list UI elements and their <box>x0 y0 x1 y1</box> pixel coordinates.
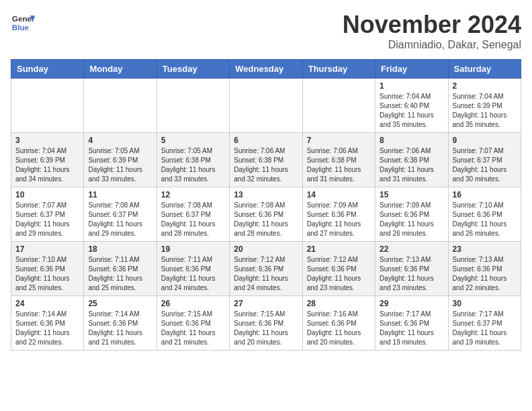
month-title: November 2024 <box>343 11 521 39</box>
calendar-cell: 5Sunrise: 7:05 AM Sunset: 6:38 PM Daylig… <box>157 133 229 187</box>
day-info: Sunrise: 7:05 AM Sunset: 6:39 PM Dayligh… <box>88 146 152 184</box>
calendar-cell: 27Sunrise: 7:15 AM Sunset: 6:36 PM Dayli… <box>230 296 302 351</box>
day-info: Sunrise: 7:15 AM Sunset: 6:36 PM Dayligh… <box>234 310 298 347</box>
day-number: 7 <box>307 136 371 145</box>
day-info: Sunrise: 7:17 AM Sunset: 6:36 PM Dayligh… <box>380 310 443 347</box>
day-info: Sunrise: 7:08 AM Sunset: 6:37 PM Dayligh… <box>161 201 225 238</box>
day-info: Sunrise: 7:17 AM Sunset: 6:37 PM Dayligh… <box>453 310 517 347</box>
calendar-cell: 18Sunrise: 7:11 AM Sunset: 6:36 PM Dayli… <box>84 242 157 296</box>
day-info: Sunrise: 7:12 AM Sunset: 6:36 PM Dayligh… <box>234 255 298 293</box>
day-number: 20 <box>234 244 298 254</box>
calendar-cell: 8Sunrise: 7:06 AM Sunset: 6:38 PM Daylig… <box>375 133 448 187</box>
weekday-header: Sunday <box>11 60 84 79</box>
day-number: 4 <box>88 136 152 145</box>
calendar-cell: 11Sunrise: 7:08 AM Sunset: 6:37 PM Dayli… <box>84 187 157 242</box>
day-info: Sunrise: 7:10 AM Sunset: 6:36 PM Dayligh… <box>15 255 79 293</box>
calendar-cell: 22Sunrise: 7:13 AM Sunset: 6:36 PM Dayli… <box>375 242 448 296</box>
calendar-week-row: 1Sunrise: 7:04 AM Sunset: 6:40 PM Daylig… <box>11 79 521 133</box>
calendar-week-row: 24Sunrise: 7:14 AM Sunset: 6:36 PM Dayli… <box>11 296 521 351</box>
day-number: 13 <box>234 190 298 199</box>
calendar-cell: 30Sunrise: 7:17 AM Sunset: 6:37 PM Dayli… <box>448 296 521 351</box>
day-number: 26 <box>161 299 225 308</box>
day-number: 21 <box>307 244 371 254</box>
day-number: 8 <box>380 136 443 145</box>
day-info: Sunrise: 7:10 AM Sunset: 6:36 PM Dayligh… <box>453 201 517 238</box>
day-number: 30 <box>453 299 517 308</box>
day-number: 6 <box>234 136 298 145</box>
calendar-week-row: 17Sunrise: 7:10 AM Sunset: 6:36 PM Dayli… <box>11 242 521 296</box>
day-number: 1 <box>380 81 443 91</box>
day-number: 3 <box>15 136 79 145</box>
logo: General Blue <box>11 11 35 35</box>
day-info: Sunrise: 7:16 AM Sunset: 6:36 PM Dayligh… <box>307 310 371 347</box>
calendar-cell: 16Sunrise: 7:10 AM Sunset: 6:36 PM Dayli… <box>448 187 521 242</box>
calendar-cell: 29Sunrise: 7:17 AM Sunset: 6:36 PM Dayli… <box>375 296 448 351</box>
calendar-header-row: SundayMondayTuesdayWednesdayThursdayFrid… <box>11 60 521 79</box>
day-info: Sunrise: 7:06 AM Sunset: 6:38 PM Dayligh… <box>234 146 298 184</box>
day-number: 2 <box>453 81 517 91</box>
day-number: 10 <box>15 190 79 199</box>
day-info: Sunrise: 7:04 AM Sunset: 6:40 PM Dayligh… <box>380 92 443 130</box>
calendar-cell: 25Sunrise: 7:14 AM Sunset: 6:36 PM Dayli… <box>84 296 157 351</box>
calendar-cell: 9Sunrise: 7:07 AM Sunset: 6:37 PM Daylig… <box>448 133 521 187</box>
location-subtitle: Diamniadio, Dakar, Senegal <box>343 39 521 51</box>
calendar-cell: 7Sunrise: 7:06 AM Sunset: 6:38 PM Daylig… <box>302 133 375 187</box>
weekday-header: Wednesday <box>230 60 302 79</box>
calendar-cell: 21Sunrise: 7:12 AM Sunset: 6:36 PM Dayli… <box>302 242 375 296</box>
weekday-header: Thursday <box>302 60 375 79</box>
day-info: Sunrise: 7:05 AM Sunset: 6:38 PM Dayligh… <box>161 146 225 184</box>
calendar-cell: 24Sunrise: 7:14 AM Sunset: 6:36 PM Dayli… <box>11 296 84 351</box>
day-number: 29 <box>380 299 443 308</box>
day-number: 27 <box>234 299 298 308</box>
calendar-cell: 23Sunrise: 7:13 AM Sunset: 6:36 PM Dayli… <box>448 242 521 296</box>
day-info: Sunrise: 7:06 AM Sunset: 6:38 PM Dayligh… <box>307 146 371 184</box>
calendar-cell <box>11 79 84 133</box>
day-number: 23 <box>453 244 517 254</box>
logo-icon: General Blue <box>11 11 35 35</box>
calendar-cell <box>84 79 157 133</box>
day-number: 5 <box>161 136 225 145</box>
day-info: Sunrise: 7:15 AM Sunset: 6:36 PM Dayligh… <box>161 310 225 347</box>
calendar-cell: 15Sunrise: 7:09 AM Sunset: 6:36 PM Dayli… <box>375 187 448 242</box>
day-info: Sunrise: 7:07 AM Sunset: 6:37 PM Dayligh… <box>453 146 517 184</box>
calendar-cell: 2Sunrise: 7:04 AM Sunset: 6:39 PM Daylig… <box>448 79 521 133</box>
calendar-cell: 14Sunrise: 7:09 AM Sunset: 6:36 PM Dayli… <box>302 187 375 242</box>
day-number: 25 <box>88 299 152 308</box>
calendar-week-row: 3Sunrise: 7:04 AM Sunset: 6:39 PM Daylig… <box>11 133 521 187</box>
calendar-cell <box>157 79 229 133</box>
day-number: 16 <box>453 190 517 199</box>
day-number: 12 <box>161 190 225 199</box>
day-info: Sunrise: 7:14 AM Sunset: 6:36 PM Dayligh… <box>15 310 79 347</box>
day-number: 9 <box>453 136 517 145</box>
calendar-cell <box>230 79 302 133</box>
calendar-cell: 10Sunrise: 7:07 AM Sunset: 6:37 PM Dayli… <box>11 187 84 242</box>
weekday-header: Tuesday <box>157 60 229 79</box>
day-number: 11 <box>88 190 152 199</box>
day-info: Sunrise: 7:06 AM Sunset: 6:38 PM Dayligh… <box>380 146 443 184</box>
day-info: Sunrise: 7:07 AM Sunset: 6:37 PM Dayligh… <box>15 201 79 238</box>
calendar-cell: 13Sunrise: 7:08 AM Sunset: 6:36 PM Dayli… <box>230 187 302 242</box>
calendar-cell: 1Sunrise: 7:04 AM Sunset: 6:40 PM Daylig… <box>375 79 448 133</box>
day-number: 15 <box>380 190 443 199</box>
day-info: Sunrise: 7:12 AM Sunset: 6:36 PM Dayligh… <box>307 255 371 293</box>
calendar-cell: 19Sunrise: 7:11 AM Sunset: 6:36 PM Dayli… <box>157 242 229 296</box>
day-info: Sunrise: 7:09 AM Sunset: 6:36 PM Dayligh… <box>307 201 371 238</box>
weekday-header: Monday <box>84 60 157 79</box>
weekday-header: Friday <box>375 60 448 79</box>
day-info: Sunrise: 7:11 AM Sunset: 6:36 PM Dayligh… <box>88 255 152 293</box>
calendar-cell <box>302 79 375 133</box>
calendar-week-row: 10Sunrise: 7:07 AM Sunset: 6:37 PM Dayli… <box>11 187 521 242</box>
day-info: Sunrise: 7:09 AM Sunset: 6:36 PM Dayligh… <box>380 201 443 238</box>
day-info: Sunrise: 7:08 AM Sunset: 6:37 PM Dayligh… <box>88 201 152 238</box>
weekday-header: Saturday <box>448 60 521 79</box>
day-number: 18 <box>88 244 152 254</box>
day-info: Sunrise: 7:11 AM Sunset: 6:36 PM Dayligh… <box>161 255 225 293</box>
calendar-cell: 3Sunrise: 7:04 AM Sunset: 6:39 PM Daylig… <box>11 133 84 187</box>
calendar-cell: 17Sunrise: 7:10 AM Sunset: 6:36 PM Dayli… <box>11 242 84 296</box>
day-number: 19 <box>161 244 225 254</box>
calendar-cell: 28Sunrise: 7:16 AM Sunset: 6:36 PM Dayli… <box>302 296 375 351</box>
calendar-cell: 4Sunrise: 7:05 AM Sunset: 6:39 PM Daylig… <box>84 133 157 187</box>
day-info: Sunrise: 7:08 AM Sunset: 6:36 PM Dayligh… <box>234 201 298 238</box>
day-info: Sunrise: 7:04 AM Sunset: 6:39 PM Dayligh… <box>15 146 79 184</box>
day-number: 22 <box>380 244 443 254</box>
